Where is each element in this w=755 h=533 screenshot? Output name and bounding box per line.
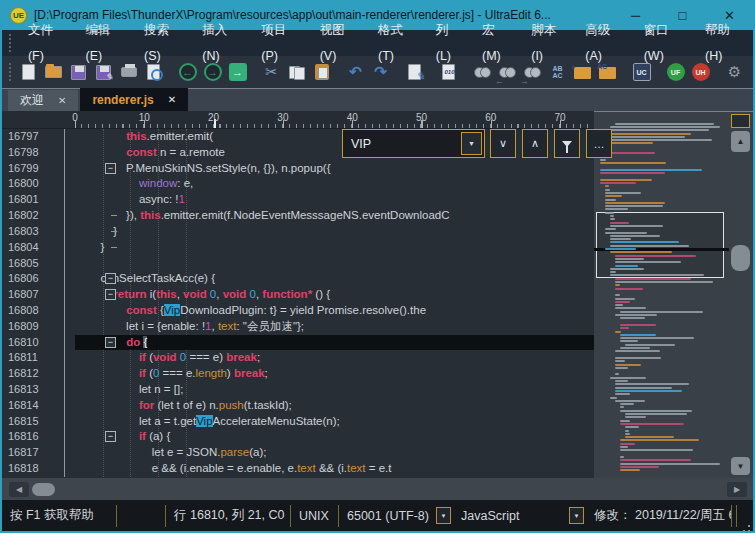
line-number[interactable]: 16814 bbox=[2, 398, 48, 414]
copy-icon[interactable] bbox=[284, 59, 309, 85]
ultracompare-icon[interactable]: UC bbox=[629, 59, 654, 85]
minimap[interactable] bbox=[594, 112, 729, 478]
code-line-16801[interactable]: 16801 async: !1 bbox=[2, 192, 594, 208]
search-filter-button[interactable] bbox=[554, 129, 580, 158]
scroll-down-button[interactable]: ▼ bbox=[731, 457, 750, 475]
horizontal-scrollbar-thumb[interactable] bbox=[32, 483, 55, 496]
code-line-16815[interactable]: 16815 let a = t.getVipAccelerateMenuStat… bbox=[2, 414, 594, 430]
line-number[interactable]: 16798 bbox=[2, 145, 48, 161]
search-prev-button[interactable]: ∧ bbox=[522, 129, 548, 158]
code-line-16804[interactable]: 16804 } bbox=[2, 240, 594, 256]
code-line-16816[interactable]: 16816− if (a) { bbox=[2, 429, 594, 445]
line-number[interactable]: 16801 bbox=[2, 192, 48, 208]
code-line-16805[interactable]: 16805 bbox=[2, 256, 594, 272]
save-as-icon[interactable] bbox=[91, 59, 116, 85]
line-number[interactable]: 16809 bbox=[2, 319, 48, 335]
status-encoding[interactable]: 65001 (UTF-8) bbox=[339, 509, 434, 523]
code-line-16808[interactable]: 16808 const {VipDownloadPlugin: t} = yie… bbox=[2, 303, 594, 319]
status-line-ending[interactable]: UNIX bbox=[291, 509, 338, 523]
line-number[interactable]: 16815 bbox=[2, 414, 48, 430]
search-history-dropdown-icon[interactable]: ▼ bbox=[461, 132, 482, 155]
find-next-icon[interactable]: → bbox=[520, 59, 545, 85]
print-preview-icon[interactable] bbox=[141, 59, 166, 85]
scroll-up-button[interactable]: ▲ bbox=[731, 131, 750, 152]
code-line-16817[interactable]: 16817 let e = JSON.parse(a); bbox=[2, 445, 594, 461]
back-icon[interactable]: ← bbox=[175, 59, 200, 85]
line-number[interactable]: 16817 bbox=[2, 445, 48, 461]
horizontal-scrollbar[interactable]: ◀ ▶ bbox=[2, 478, 753, 500]
scroll-left-button[interactable]: ◀ bbox=[9, 482, 29, 497]
search-next-button[interactable]: ∨ bbox=[490, 129, 516, 158]
minimap-code-line bbox=[605, 232, 647, 234]
line-number[interactable]: 16816 bbox=[2, 429, 48, 445]
code-line-16800[interactable]: 16800 window: e, bbox=[2, 176, 594, 192]
line-number[interactable]: 16803 bbox=[2, 224, 48, 240]
settings-icon[interactable]: ⚙ bbox=[722, 59, 747, 85]
scroll-right-button[interactable]: ▶ bbox=[727, 482, 747, 497]
line-number[interactable]: 16811 bbox=[2, 350, 48, 366]
forward-icon[interactable]: → bbox=[200, 59, 225, 85]
code-line-16818[interactable]: 16818 e && (i.enable = e.enable, e.text … bbox=[2, 461, 594, 477]
code-line-16813[interactable]: 16813 let n = []; bbox=[2, 382, 594, 398]
fold-collapse-icon[interactable]: − bbox=[105, 163, 116, 174]
code-editor[interactable]: 16797 this.emitter.emit(16798 const n = … bbox=[2, 129, 594, 477]
tab-welcome[interactable]: 欢迎✕ bbox=[8, 90, 78, 111]
find-icon[interactable] bbox=[470, 59, 495, 85]
find-in-files-icon[interactable]: ⌕ bbox=[570, 59, 595, 85]
line-number[interactable]: 16805 bbox=[2, 256, 48, 272]
redo-icon[interactable]: ↷ bbox=[368, 59, 393, 85]
fold-collapse-icon[interactable]: − bbox=[105, 273, 116, 284]
line-number[interactable]: 16808 bbox=[2, 303, 48, 319]
uh-app-icon[interactable]: UH bbox=[688, 59, 713, 85]
line-number[interactable]: 16802 bbox=[2, 208, 48, 224]
resize-grip[interactable] bbox=[737, 500, 753, 531]
line-number[interactable]: 16804 bbox=[2, 240, 48, 256]
line-number[interactable]: 16799 bbox=[2, 161, 48, 177]
column-mode-icon[interactable] bbox=[402, 59, 427, 85]
search-input[interactable]: VIP bbox=[343, 137, 459, 151]
vertical-scrollbar-thumb[interactable] bbox=[731, 245, 750, 271]
line-number[interactable]: 16800 bbox=[2, 176, 48, 192]
tab-welcome-close-icon[interactable]: ✕ bbox=[58, 95, 66, 106]
print-icon[interactable] bbox=[116, 59, 141, 85]
line-number[interactable]: 16807 bbox=[2, 287, 48, 303]
undo-icon[interactable]: ↶ bbox=[343, 59, 368, 85]
open-file-icon[interactable] bbox=[41, 59, 66, 85]
code-line-16809[interactable]: 16809 let i = {enable: !1, text: "会员加速"}… bbox=[2, 319, 594, 335]
hex-mode-icon[interactable] bbox=[436, 59, 461, 85]
new-file-icon[interactable] bbox=[16, 59, 41, 85]
vertical-scrollbar[interactable]: ▲ ▼ bbox=[729, 112, 753, 478]
code-line-16806[interactable]: 16806− canSelectTaskAcc(e) { bbox=[2, 271, 594, 287]
line-number[interactable]: 16818 bbox=[2, 461, 48, 477]
code-line-16812[interactable]: 16812 if (0 === e.length) break; bbox=[2, 366, 594, 382]
line-number[interactable]: 16797 bbox=[2, 129, 48, 145]
replace-icon[interactable]: ABAC bbox=[545, 59, 570, 85]
tab-renderer-js[interactable]: renderer.js✕ bbox=[80, 88, 188, 111]
code-line-16803[interactable]: 16803 } bbox=[2, 224, 594, 240]
line-number[interactable]: 16813 bbox=[2, 382, 48, 398]
save-icon[interactable] bbox=[66, 59, 91, 85]
code-line-16799[interactable]: 16799− P.MenuSkinNS.setStyle(n, {}), n.p… bbox=[2, 161, 594, 177]
code-line-16811[interactable]: 16811 if (void 0 === e) break; bbox=[2, 350, 594, 366]
line-number[interactable]: 16810 bbox=[2, 335, 48, 351]
paste-icon[interactable] bbox=[309, 59, 334, 85]
last-position-icon[interactable]: → bbox=[225, 59, 250, 85]
cut-icon[interactable]: ✂ bbox=[259, 59, 284, 85]
find-prev-icon[interactable]: ← bbox=[495, 59, 520, 85]
replace-in-files-icon[interactable]: AC bbox=[595, 59, 620, 85]
fold-collapse-icon[interactable]: − bbox=[105, 337, 116, 348]
fold-collapse-icon[interactable]: − bbox=[105, 431, 116, 442]
status-language[interactable]: JavaScript bbox=[453, 509, 567, 523]
line-number[interactable]: 16806 bbox=[2, 271, 48, 287]
ultrafinder-icon[interactable]: UF bbox=[663, 59, 688, 85]
tab-renderer-js-close-icon[interactable]: ✕ bbox=[168, 94, 176, 105]
code-line-16802[interactable]: 16802 }), this.emitter.emit(f.NodeEventM… bbox=[2, 208, 594, 224]
line-number[interactable]: 16812 bbox=[2, 366, 48, 382]
search-more-button[interactable]: … bbox=[586, 129, 612, 158]
language-dropdown-button[interactable]: ▼ bbox=[569, 507, 584, 524]
code-line-16810[interactable]: 16810− do { bbox=[2, 335, 594, 351]
code-line-16814[interactable]: 16814 for (let t of e) n.push(t.taskId); bbox=[2, 398, 594, 414]
encoding-dropdown-button[interactable]: ▼ bbox=[436, 507, 451, 524]
code-line-16807[interactable]: 16807− return i(this, void 0, void 0, fu… bbox=[2, 287, 594, 303]
fold-collapse-icon[interactable]: − bbox=[105, 289, 116, 300]
